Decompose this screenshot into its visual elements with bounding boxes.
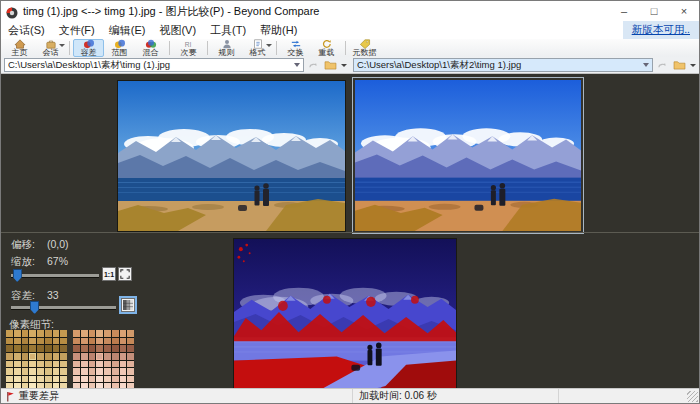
pixel-swatch — [6, 361, 13, 368]
pixel-swatch — [14, 330, 21, 337]
left-pixel-grid — [6, 330, 67, 390]
pixel-swatch — [14, 338, 21, 345]
menu-item-0[interactable]: 会话(S) — [1, 21, 52, 39]
menu-item-4[interactable]: 工具(T) — [203, 21, 253, 39]
pixel-swatch — [96, 330, 103, 337]
pixel-swatch — [14, 353, 21, 360]
menu-item-2[interactable]: 编辑(E) — [102, 21, 153, 39]
toolbar-button-tolerance[interactable]: 容差 — [73, 39, 104, 57]
dropdown-arrow-icon[interactable] — [59, 44, 65, 47]
pixel-swatch — [104, 330, 111, 337]
right-pixel-grid — [73, 330, 134, 390]
pixel-swatch — [73, 368, 80, 375]
browse-folder-button[interactable] — [672, 59, 687, 72]
dropdown-arrow-icon[interactable] — [266, 44, 272, 47]
pixel-swatch — [22, 330, 29, 337]
toolbar-button-rules[interactable]: 规则 — [211, 39, 242, 57]
pixel-swatch — [53, 353, 60, 360]
pixel-swatch — [127, 345, 134, 352]
menu-item-3[interactable]: 视图(V) — [152, 21, 203, 39]
pixel-swatch — [29, 345, 36, 352]
resize-grip[interactable] — [687, 391, 698, 402]
pixel-swatch — [96, 368, 103, 375]
pixel-swatch — [73, 330, 80, 337]
pixel-swatch — [22, 368, 29, 375]
pixel-swatch — [96, 353, 103, 360]
pixel-swatch — [81, 368, 88, 375]
toolbar-button-secondary[interactable]: Rl次要 — [173, 39, 204, 57]
update-notice-band: 新版本可用.. — [623, 21, 699, 39]
pixel-swatch — [6, 353, 13, 360]
toolbar-button-swap[interactable]: 交换 — [280, 39, 311, 57]
toolbar-button-format[interactable]: 格式 — [242, 39, 273, 57]
minimize-button[interactable]: – — [609, 1, 639, 21]
pixel-swatch — [22, 376, 29, 383]
menu-item-5[interactable]: 帮助(H) — [253, 21, 304, 39]
status-bar: 重要差异 加载时间: 0.06 秒 — [1, 388, 699, 403]
left-image-pane[interactable] — [118, 81, 345, 231]
toolbar-button-range[interactable]: 范围 — [104, 39, 135, 57]
pixel-swatch — [96, 376, 103, 383]
chevron-down-icon[interactable] — [294, 63, 300, 67]
zoom-slider-track[interactable] — [11, 274, 99, 278]
pixel-swatch — [112, 338, 119, 345]
browse-folder-button[interactable] — [323, 59, 338, 72]
pixel-swatch — [45, 376, 52, 383]
pixel-swatch — [112, 368, 119, 375]
toolbar-button-session[interactable]: 会话 — [35, 39, 66, 57]
swap-specs-icon — [306, 59, 321, 72]
pixel-swatch — [6, 376, 13, 383]
toolbar: 主页会话容差范围混合Rl次要规则格式交换重载元数据 — [1, 39, 699, 58]
browse-dropdown-icon[interactable] — [341, 64, 347, 67]
zoom-label: 缩放: — [11, 255, 35, 269]
zoom-slider[interactable] — [11, 269, 99, 283]
pixel-swatch — [104, 338, 111, 345]
pixel-swatch — [120, 353, 127, 360]
toolbar-button-label: 元数据 — [353, 49, 377, 57]
pixel-swatch — [45, 338, 52, 345]
fit-to-window-button[interactable] — [118, 267, 132, 281]
pixel-swatch — [96, 338, 103, 345]
maximize-button[interactable]: □ — [639, 1, 669, 21]
close-button[interactable]: × — [669, 1, 699, 21]
pixel-swatch — [14, 376, 21, 383]
toolbar-button-reload[interactable]: 重载 — [311, 39, 342, 57]
pixel-swatch — [53, 376, 60, 383]
pixel-swatch — [81, 353, 88, 360]
pixel-swatch — [73, 353, 80, 360]
tolerance-slider-thumb[interactable] — [30, 301, 39, 314]
toolbar-button-home[interactable]: 主页 — [4, 39, 35, 57]
pixel-swatch — [89, 353, 96, 360]
tolerance-slider-track[interactable] — [11, 306, 116, 310]
pixel-swatch — [120, 330, 127, 337]
pixel-swatch — [53, 345, 60, 352]
left-path-half: C:\Users\a\Desktop\1\素材\timg (1).jpg — [1, 57, 350, 73]
one-to-one-button[interactable]: 1:1 — [102, 267, 116, 281]
left-path-combobox[interactable]: C:\Users\a\Desktop\1\素材\timg (1).jpg — [4, 58, 304, 72]
pixel-swatch — [120, 368, 127, 375]
tolerance-slider[interactable] — [11, 301, 116, 315]
pixel-swatch — [14, 345, 21, 352]
right-path-combobox[interactable]: C:\Users\a\Desktop\1\素材2\timg 1).jpg — [353, 58, 653, 72]
pixel-swatch — [89, 338, 96, 345]
toolbar-button-metadata[interactable]: 元数据 — [349, 39, 380, 57]
menu-item-1[interactable]: 文件(F) — [52, 21, 102, 39]
pixel-swatch — [104, 353, 111, 360]
pixel-swatch — [104, 368, 111, 375]
pane-splitter[interactable] — [1, 232, 699, 233]
pixel-swatch — [127, 376, 134, 383]
tolerance-mode-button[interactable] — [121, 298, 135, 312]
zoom-slider-thumb[interactable] — [13, 269, 22, 282]
right-image-pane[interactable] — [355, 80, 581, 231]
pixel-swatch — [22, 345, 29, 352]
toolbar-button-blend[interactable]: 混合 — [135, 39, 166, 57]
pixel-swatch — [112, 361, 119, 368]
load-time-text: 加载时间: 0.06 秒 — [359, 389, 437, 403]
difference-image-pane[interactable] — [234, 239, 456, 391]
browse-dropdown-icon[interactable] — [690, 64, 696, 67]
beyond-compare-logo-icon — [6, 5, 18, 17]
new-version-link[interactable]: 新版本可用.. — [632, 23, 690, 37]
chevron-down-icon[interactable] — [643, 63, 649, 67]
toolbar-separator — [69, 41, 70, 55]
toolbar-group-2: Rl次要 — [173, 39, 204, 57]
